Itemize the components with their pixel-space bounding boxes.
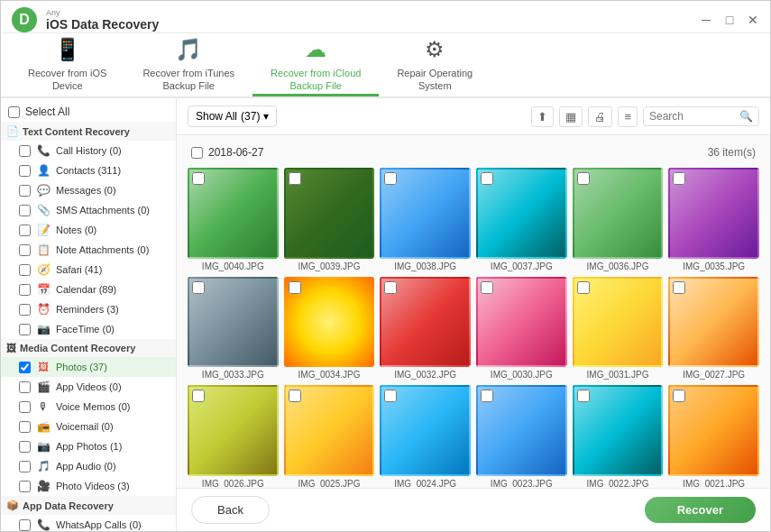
sidebar-item-safari[interactable]: 🧭 Safari (41)	[1, 260, 176, 280]
checkbox-photos[interactable]	[19, 362, 31, 373]
photo-item[interactable]: IMG_0030.JPG	[476, 277, 567, 381]
photo-checkbox-img38[interactable]	[384, 172, 397, 185]
photo-item[interactable]: IMG_0032.JPG	[380, 277, 471, 381]
photo-checkbox-img40[interactable]	[192, 172, 205, 185]
sidebar-item-whatsapp-calls[interactable]: 📞 WhatsApp Calls (0)	[1, 515, 176, 531]
sidebar-item-facetime[interactable]: 📷 FaceTime (0)	[1, 319, 176, 339]
search-input[interactable]	[649, 110, 739, 123]
sidebar-item-app-photos[interactable]: 📷 App Photos (1)	[1, 436, 176, 456]
photo-item[interactable]: IMG_0027.JPG	[668, 277, 759, 381]
photo-thumb-img22[interactable]	[573, 385, 664, 476]
photo-thumb-img30[interactable]	[476, 277, 567, 368]
recover-button[interactable]: Recover	[645, 497, 756, 523]
checkbox-contacts[interactable]	[19, 165, 31, 177]
sidebar-item-messages[interactable]: 💬 Messages (0)	[1, 180, 176, 200]
select-all-row[interactable]: Select All	[1, 102, 176, 122]
grid-view-button[interactable]: ▦	[559, 106, 583, 127]
photo-item[interactable]: IMG_0040.JPG	[188, 168, 279, 271]
maximize-button[interactable]: □	[721, 13, 738, 27]
filter-dropdown[interactable]: Show All (37) ▾	[188, 105, 277, 127]
photo-checkbox-img31[interactable]	[577, 281, 590, 294]
photo-checkbox-img24[interactable]	[384, 390, 397, 402]
select-all-checkbox[interactable]	[8, 106, 20, 118]
photo-thumb-img38[interactable]	[380, 168, 471, 259]
photo-thumb-img31[interactable]	[573, 277, 664, 368]
photo-thumb-img23[interactable]	[476, 385, 567, 476]
photo-thumb-img39[interactable]	[284, 168, 375, 259]
checkbox-app-photos[interactable]	[19, 441, 31, 453]
photo-checkbox-img32[interactable]	[384, 281, 397, 294]
checkbox-call-history[interactable]	[19, 145, 31, 157]
photo-item[interactable]: IMG_0039.JPG	[284, 168, 375, 271]
sidebar-item-sms-attachments[interactable]: 📎 SMS Attachments (0)	[1, 200, 176, 220]
sidebar-item-app-audio[interactable]: 🎵 App Audio (0)	[1, 456, 176, 476]
photo-item[interactable]: IMG_0021.JPG	[668, 385, 759, 488]
sidebar-item-voicemail[interactable]: 📻 Voicemail (0)	[1, 417, 176, 436]
photo-thumb-img34[interactable]	[284, 277, 375, 368]
toolbar-item-ios-device[interactable]: 📱Recover from iOSDevice	[10, 33, 124, 96]
photo-checkbox-img37[interactable]	[481, 172, 493, 185]
photo-checkbox-img21[interactable]	[673, 390, 685, 402]
minimize-button[interactable]: ─	[698, 13, 714, 27]
list-view-button[interactable]: ≡	[618, 106, 638, 127]
photo-checkbox-img23[interactable]	[481, 390, 493, 402]
sidebar-item-app-videos[interactable]: 🎬 App Videos (0)	[1, 377, 176, 397]
photo-thumb-img24[interactable]	[380, 385, 471, 476]
checkbox-messages[interactable]	[19, 185, 31, 197]
photo-item[interactable]: IMG_0034.JPG	[284, 277, 375, 381]
photo-thumb-img21[interactable]	[668, 385, 759, 476]
photo-item[interactable]: IMG_0022.JPG	[573, 385, 664, 488]
checkbox-whatsapp-calls[interactable]	[19, 519, 31, 531]
photo-checkbox-img26[interactable]	[192, 390, 205, 402]
checkbox-photo-videos[interactable]	[19, 481, 31, 492]
sidebar-item-calendar[interactable]: 📅 Calendar (89)	[1, 280, 176, 299]
photo-checkbox-img30[interactable]	[481, 281, 493, 294]
photo-item[interactable]: IMG_0025.JPG	[284, 385, 375, 488]
photo-thumb-img33[interactable]	[188, 277, 279, 368]
photo-checkbox-img33[interactable]	[192, 281, 205, 294]
photo-thumb-img26[interactable]	[188, 385, 279, 476]
photo-item[interactable]: IMG_0036.JPG	[573, 168, 664, 271]
checkbox-safari[interactable]	[19, 264, 31, 276]
photo-item[interactable]: IMG_0037.JPG	[476, 168, 567, 271]
photo-checkbox-img35[interactable]	[673, 172, 685, 185]
date-group-checkbox[interactable]	[191, 147, 203, 159]
sidebar-item-contacts[interactable]: 👤 Contacts (311)	[1, 161, 176, 180]
close-button[interactable]: ✕	[745, 13, 761, 27]
photo-item[interactable]: IMG_0024.JPG	[380, 385, 471, 488]
back-button[interactable]: Back	[191, 496, 270, 524]
photo-thumb-img40[interactable]	[188, 168, 279, 259]
export-button[interactable]: ⬆	[531, 106, 554, 127]
checkbox-calendar[interactable]	[19, 284, 31, 296]
checkbox-notes[interactable]	[19, 225, 31, 236]
photo-thumb-img36[interactable]	[573, 168, 664, 259]
photo-checkbox-img22[interactable]	[577, 390, 590, 402]
sidebar-item-photos[interactable]: 🖼 Photos (37)	[1, 357, 176, 377]
sidebar-item-reminders[interactable]: ⏰ Reminders (3)	[1, 299, 176, 319]
photo-thumb-img37[interactable]	[476, 168, 567, 259]
sidebar-item-call-history[interactable]: 📞 Call History (0)	[1, 141, 176, 161]
checkbox-reminders[interactable]	[19, 304, 31, 316]
photo-checkbox-img34[interactable]	[289, 281, 301, 294]
toolbar-item-itunes-backup[interactable]: 🎵Recover from iTunesBackup File	[124, 33, 252, 96]
photo-checkbox-img39[interactable]	[289, 172, 301, 185]
photo-item[interactable]: IMG_0023.JPG	[476, 385, 567, 488]
checkbox-app-videos[interactable]	[19, 381, 31, 393]
toolbar-item-icloud-backup[interactable]: ☁Recover from iCloudBackup File	[252, 33, 379, 96]
print-button[interactable]: 🖨	[588, 106, 612, 127]
photo-checkbox-img27[interactable]	[673, 281, 685, 294]
sidebar-item-photo-videos[interactable]: 🎥 Photo Videos (3)	[1, 476, 176, 496]
sidebar-item-voice-memos[interactable]: 🎙 Voice Memos (0)	[1, 397, 176, 417]
photo-thumb-img32[interactable]	[380, 277, 471, 368]
checkbox-sms-attachments[interactable]	[19, 205, 31, 216]
checkbox-note-attachments[interactable]	[19, 244, 31, 256]
checkbox-facetime[interactable]	[19, 324, 31, 335]
photo-thumb-img27[interactable]	[668, 277, 759, 368]
photo-thumb-img25[interactable]	[284, 385, 375, 476]
checkbox-app-audio[interactable]	[19, 461, 31, 472]
photo-checkbox-img36[interactable]	[577, 172, 590, 185]
sidebar-item-note-attachments[interactable]: 📋 Note Attachments (0)	[1, 240, 176, 260]
photo-item[interactable]: IMG_0031.JPG	[573, 277, 664, 381]
photo-thumb-img35[interactable]	[668, 168, 759, 259]
sidebar-item-notes[interactable]: 📝 Notes (0)	[1, 220, 176, 240]
